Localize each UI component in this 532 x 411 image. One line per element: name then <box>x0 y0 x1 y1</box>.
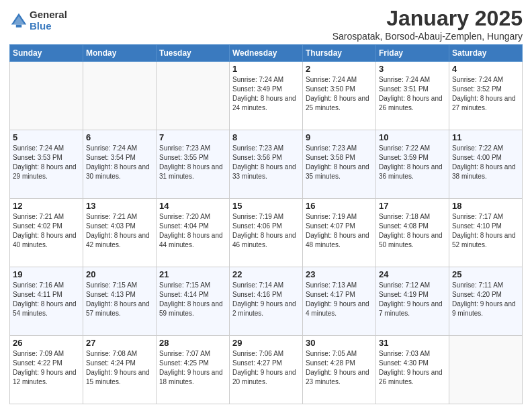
day-number-23: 23 <box>306 269 373 279</box>
cell-w5-d6: 31Sunrise: 7:03 AMSunset: 4:30 PMDayligh… <box>376 336 449 404</box>
cell-w1-d1 <box>10 62 83 130</box>
day-number-18: 18 <box>452 201 519 211</box>
day-info-30: Sunrise: 7:05 AMSunset: 4:28 PMDaylight:… <box>306 349 373 387</box>
day-number-8: 8 <box>232 132 300 142</box>
logo-icon <box>9 11 28 30</box>
cell-w4-d7: 25Sunrise: 7:11 AMSunset: 4:20 PMDayligh… <box>449 267 523 336</box>
day-info-9: Sunrise: 7:23 AMSunset: 3:58 PMDaylight:… <box>306 144 373 181</box>
header: General Blue January 2025 Sarospatak, Bo… <box>9 7 523 42</box>
day-info-4: Sunrise: 7:24 AMSunset: 3:52 PMDaylight:… <box>452 75 519 113</box>
cell-w1-d6: 3Sunrise: 7:24 AMSunset: 3:51 PMDaylight… <box>376 62 449 130</box>
day-info-22: Sunrise: 7:14 AMSunset: 4:16 PMDaylight:… <box>232 281 300 318</box>
cell-w2-d1: 5Sunrise: 7:24 AMSunset: 3:53 PMDaylight… <box>10 130 83 199</box>
cell-w5-d7 <box>449 336 523 404</box>
col-tuesday: Tuesday <box>157 45 230 62</box>
day-info-11: Sunrise: 7:22 AMSunset: 4:00 PMDaylight:… <box>452 144 519 181</box>
day-info-25: Sunrise: 7:11 AMSunset: 4:20 PMDaylight:… <box>452 281 519 318</box>
cell-w3-d6: 17Sunrise: 7:18 AMSunset: 4:08 PMDayligh… <box>376 199 449 267</box>
logo: General Blue <box>9 9 67 32</box>
day-info-6: Sunrise: 7:24 AMSunset: 3:54 PMDaylight:… <box>86 144 153 181</box>
day-info-21: Sunrise: 7:15 AMSunset: 4:14 PMDaylight:… <box>159 281 226 318</box>
day-info-3: Sunrise: 7:24 AMSunset: 3:51 PMDaylight:… <box>379 75 446 113</box>
day-number-19: 19 <box>13 269 80 279</box>
day-number-10: 10 <box>379 132 446 142</box>
day-number-5: 5 <box>13 132 80 142</box>
header-row: Sunday Monday Tuesday Wednesday Thursday… <box>10 45 523 62</box>
day-number-15: 15 <box>232 201 300 211</box>
cell-w5-d4: 29Sunrise: 7:06 AMSunset: 4:27 PMDayligh… <box>230 336 303 404</box>
day-number-6: 6 <box>86 132 153 142</box>
cell-w3-d3: 14Sunrise: 7:20 AMSunset: 4:04 PMDayligh… <box>157 199 230 267</box>
col-sunday: Sunday <box>10 45 83 62</box>
day-number-11: 11 <box>452 132 519 142</box>
day-number-13: 13 <box>86 201 153 211</box>
cell-w4-d6: 24Sunrise: 7:12 AMSunset: 4:19 PMDayligh… <box>376 267 449 336</box>
cell-w1-d7: 4Sunrise: 7:24 AMSunset: 3:52 PMDaylight… <box>449 62 523 130</box>
logo-general-text: General <box>30 9 67 21</box>
day-number-30: 30 <box>306 338 373 348</box>
day-info-20: Sunrise: 7:15 AMSunset: 4:13 PMDaylight:… <box>86 281 153 318</box>
cell-w2-d4: 8Sunrise: 7:23 AMSunset: 3:56 PMDaylight… <box>230 130 303 199</box>
day-number-17: 17 <box>379 201 446 211</box>
day-info-24: Sunrise: 7:12 AMSunset: 4:19 PMDaylight:… <box>379 281 446 318</box>
day-info-8: Sunrise: 7:23 AMSunset: 3:56 PMDaylight:… <box>232 144 300 181</box>
cell-w4-d4: 22Sunrise: 7:14 AMSunset: 4:16 PMDayligh… <box>230 267 303 336</box>
cell-w2-d6: 10Sunrise: 7:22 AMSunset: 3:59 PMDayligh… <box>376 130 449 199</box>
day-number-28: 28 <box>159 338 226 348</box>
cell-w5-d1: 26Sunrise: 7:09 AMSunset: 4:22 PMDayligh… <box>10 336 83 404</box>
cell-w2-d7: 11Sunrise: 7:22 AMSunset: 4:00 PMDayligh… <box>449 130 523 199</box>
svg-rect-2 <box>16 24 21 27</box>
logo-text: General Blue <box>30 9 67 32</box>
col-wednesday: Wednesday <box>230 45 303 62</box>
cell-w4-d5: 23Sunrise: 7:13 AMSunset: 4:17 PMDayligh… <box>303 267 376 336</box>
day-number-14: 14 <box>159 201 226 211</box>
calendar-body: 1Sunrise: 7:24 AMSunset: 3:49 PMDaylight… <box>10 62 523 404</box>
cell-w2-d2: 6Sunrise: 7:24 AMSunset: 3:54 PMDaylight… <box>83 130 157 199</box>
day-info-23: Sunrise: 7:13 AMSunset: 4:17 PMDaylight:… <box>306 281 373 318</box>
day-info-7: Sunrise: 7:23 AMSunset: 3:55 PMDaylight:… <box>159 144 226 181</box>
col-monday: Monday <box>83 45 157 62</box>
day-number-9: 9 <box>306 132 373 142</box>
cell-w1-d2 <box>83 62 157 130</box>
month-title: January 2025 <box>332 7 523 30</box>
day-number-26: 26 <box>13 338 80 348</box>
day-info-26: Sunrise: 7:09 AMSunset: 4:22 PMDaylight:… <box>13 349 80 387</box>
week-row-1: 1Sunrise: 7:24 AMSunset: 3:49 PMDaylight… <box>10 62 523 130</box>
day-info-29: Sunrise: 7:06 AMSunset: 4:27 PMDaylight:… <box>232 349 300 387</box>
day-number-29: 29 <box>232 338 300 348</box>
day-number-21: 21 <box>159 269 226 279</box>
logo-blue-text: Blue <box>30 21 67 32</box>
day-number-2: 2 <box>306 64 373 74</box>
cell-w5-d3: 28Sunrise: 7:07 AMSunset: 4:25 PMDayligh… <box>157 336 230 404</box>
day-info-27: Sunrise: 7:08 AMSunset: 4:24 PMDaylight:… <box>86 349 153 387</box>
day-number-7: 7 <box>159 132 226 142</box>
day-number-3: 3 <box>379 64 446 74</box>
calendar-header: Sunday Monday Tuesday Wednesday Thursday… <box>10 45 523 62</box>
day-number-27: 27 <box>86 338 153 348</box>
day-info-2: Sunrise: 7:24 AMSunset: 3:50 PMDaylight:… <box>306 75 373 113</box>
day-info-14: Sunrise: 7:20 AMSunset: 4:04 PMDaylight:… <box>159 212 226 250</box>
col-saturday: Saturday <box>449 45 523 62</box>
day-info-15: Sunrise: 7:19 AMSunset: 4:06 PMDaylight:… <box>232 212 300 250</box>
day-number-20: 20 <box>86 269 153 279</box>
calendar-table: Sunday Monday Tuesday Wednesday Thursday… <box>9 44 523 404</box>
cell-w3-d1: 12Sunrise: 7:21 AMSunset: 4:02 PMDayligh… <box>10 199 83 267</box>
cell-w5-d5: 30Sunrise: 7:05 AMSunset: 4:28 PMDayligh… <box>303 336 376 404</box>
cell-w2-d3: 7Sunrise: 7:23 AMSunset: 3:55 PMDaylight… <box>157 130 230 199</box>
day-number-25: 25 <box>452 269 519 279</box>
cell-w3-d2: 13Sunrise: 7:21 AMSunset: 4:03 PMDayligh… <box>83 199 157 267</box>
day-info-5: Sunrise: 7:24 AMSunset: 3:53 PMDaylight:… <box>13 144 80 181</box>
day-info-18: Sunrise: 7:17 AMSunset: 4:10 PMDaylight:… <box>452 212 519 250</box>
cell-w1-d4: 1Sunrise: 7:24 AMSunset: 3:49 PMDaylight… <box>230 62 303 130</box>
cell-w4-d2: 20Sunrise: 7:15 AMSunset: 4:13 PMDayligh… <box>83 267 157 336</box>
day-number-22: 22 <box>232 269 300 279</box>
day-number-12: 12 <box>13 201 80 211</box>
day-number-31: 31 <box>379 338 446 348</box>
day-number-1: 1 <box>232 64 300 74</box>
day-info-31: Sunrise: 7:03 AMSunset: 4:30 PMDaylight:… <box>379 349 446 387</box>
week-row-3: 12Sunrise: 7:21 AMSunset: 4:02 PMDayligh… <box>10 199 523 267</box>
cell-w4-d1: 19Sunrise: 7:16 AMSunset: 4:11 PMDayligh… <box>10 267 83 336</box>
week-row-5: 26Sunrise: 7:09 AMSunset: 4:22 PMDayligh… <box>10 336 523 404</box>
col-friday: Friday <box>376 45 449 62</box>
day-info-1: Sunrise: 7:24 AMSunset: 3:49 PMDaylight:… <box>232 75 300 113</box>
